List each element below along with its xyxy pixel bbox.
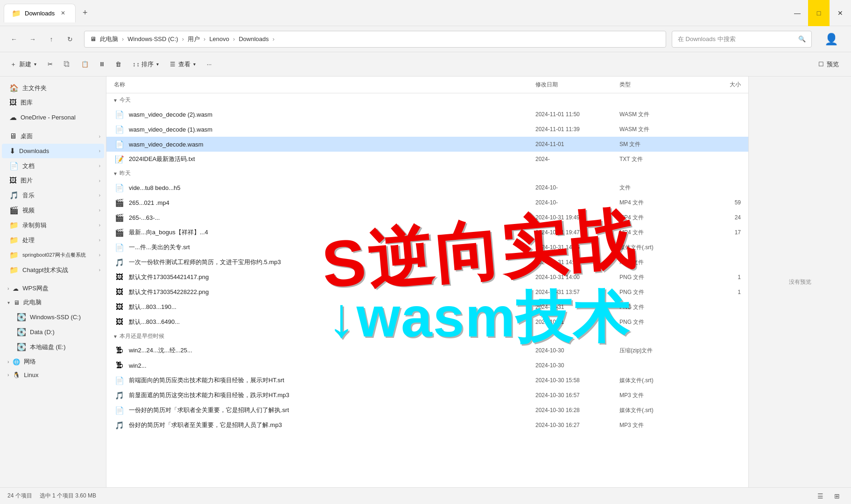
- delete-button[interactable]: 🗑: [111, 56, 126, 73]
- linux-icon: 🐧: [13, 371, 20, 378]
- forward-button[interactable]: →: [24, 31, 41, 48]
- col-header-type[interactable]: 类型: [619, 81, 694, 89]
- col-header-size[interactable]: 大小: [694, 81, 741, 89]
- table-row[interactable]: 🎵 份好的简历对「求职者至关重要，它是招聘人员了解.mp3 2024-10-30…: [106, 418, 748, 433]
- sort-icon: ↕: [133, 61, 136, 68]
- sidebar-item-d-drive[interactable]: 💽 Data (D:): [2, 325, 104, 339]
- table-row[interactable]: 📄 vide...tu8 bedo...h5 2024-10- 文件: [106, 180, 748, 195]
- group-today: ▾ 今天: [106, 93, 748, 107]
- file-name: win2...24...沈...经...25...: [129, 346, 535, 355]
- group-today-collapse[interactable]: ▾: [114, 97, 117, 104]
- breadcrumb-users[interactable]: 用户: [188, 35, 200, 43]
- table-row[interactable]: 🖼 默认文件1730354421417.png 2024-10-31 14:00…: [106, 270, 748, 285]
- copy-icon: ⿻: [64, 61, 70, 68]
- new-button[interactable]: ＋ 新建 ▾: [6, 56, 41, 73]
- main-layout: 🏠 主文件夹 🖼 图库 ☁ OneDrive - Personal 🖥 桌面 ›…: [0, 77, 851, 487]
- sidebar-item-springboot[interactable]: 📁 springboot027网卡点餐系统 ›: [2, 248, 104, 262]
- sidebar-wps-label: WPS网盘: [22, 284, 49, 293]
- back-button[interactable]: ←: [6, 31, 22, 48]
- view-button[interactable]: ☰ 查看 ▾: [165, 56, 200, 73]
- file-date: 2024-11-01 11:50: [535, 111, 619, 118]
- paste-button[interactable]: 📋: [77, 56, 93, 73]
- breadcrumb-downloads[interactable]: Downloads: [239, 35, 268, 42]
- table-row[interactable]: 📄 wasm_video_decode (1).wasm 2024-11-01 …: [106, 122, 748, 137]
- table-row[interactable]: 📄 一份好的简历对「求职者全关重要，它是招聘人们了解执.srt 2024-10-…: [106, 403, 748, 418]
- sidebar-item-desktop[interactable]: 🖥 桌面 ›: [2, 129, 104, 143]
- sidebar-item-home[interactable]: 🏠 主文件夹: [2, 81, 104, 95]
- sidebar-section-pc[interactable]: ▾ 🖥 此电脑: [0, 295, 106, 309]
- preview-button[interactable]: ☐ 预览: [814, 56, 844, 73]
- col-header-date[interactable]: 修改日期: [535, 81, 619, 89]
- tab-close-button[interactable]: ✕: [58, 8, 68, 18]
- status-bar: 24 个项目 选中 1 个项目 3.60 MB ☰ ⊞: [0, 487, 851, 504]
- file-icon: 🖼: [114, 287, 125, 298]
- table-row[interactable]: 🗜 win2... 2024-10-30: [106, 358, 748, 373]
- sidebar-item-process[interactable]: 📁 处理 ›: [2, 233, 104, 247]
- address-bar[interactable]: 🖥 此电脑 › Windows·SSD (C:) › 用户 › Lenovo ›…: [84, 31, 666, 48]
- view-icon: ☰: [170, 61, 176, 68]
- list-view-button[interactable]: ☰: [814, 490, 827, 503]
- file-icon: 📄: [114, 109, 125, 120]
- springboot-icon: 📁: [9, 251, 19, 259]
- sidebar-section-network[interactable]: › 🌐 网络: [0, 355, 106, 369]
- table-row[interactable]: 🎬 最新...向a_bogus【祥祥】...4 2024-10-31 19:47…: [106, 225, 748, 240]
- maximize-button[interactable]: □: [808, 0, 830, 26]
- tab-label: Downloads: [25, 10, 55, 17]
- sidebar-item-pictures[interactable]: 🖼 图片 ›: [2, 174, 104, 188]
- sidebar-item-clips[interactable]: 📁 录制剪辑 ›: [2, 218, 104, 232]
- table-row[interactable]: 🎬 265...021 .mp4 2024-10- MP4 文件 59: [106, 195, 748, 210]
- table-row[interactable]: 🖼 默认...803...6490... 2024-10-31 PNG 文件: [106, 315, 748, 329]
- up-button[interactable]: ↑: [43, 31, 60, 48]
- minimize-button[interactable]: —: [787, 0, 808, 26]
- sidebar-item-e-drive[interactable]: 💽 本地磁盘 (E:): [2, 340, 104, 354]
- sidebar-section-linux[interactable]: › 🐧 Linux: [0, 369, 106, 381]
- sidebar-item-videos[interactable]: 🎬 视频 ›: [2, 203, 104, 217]
- table-row[interactable]: 📄 前端面向的简历应类出技术能力和项目经验，展示对HT.srt 2024-10-…: [106, 373, 748, 388]
- group-thismonth-collapse[interactable]: ▾: [114, 333, 117, 340]
- pc-icon: 🖥: [90, 35, 96, 42]
- sidebar-item-c-drive[interactable]: 💽 Windows-SSD (C:): [2, 310, 104, 324]
- col-header-name[interactable]: 名称: [114, 81, 535, 89]
- table-row[interactable]: 📄 wasm_video_decode.wasm 2024-11-01 SM 文…: [106, 137, 748, 152]
- sidebar-network-label: 网络: [24, 357, 36, 366]
- search-bar[interactable]: 在 Downloads 中搜索 🔍: [672, 31, 812, 48]
- group-yesterday-collapse[interactable]: ▾: [114, 170, 117, 177]
- file-icon: 📄: [114, 182, 125, 193]
- table-row[interactable]: 📄 wasm_video_decode (2).wasm 2024-11-01 …: [106, 107, 748, 122]
- breadcrumb-lenovo[interactable]: Lenovo: [209, 35, 229, 42]
- table-row[interactable]: 🎵 前显面遮的简历这突出技术能力和项目经验，跌示对HT.mp3 2024-10-…: [106, 388, 748, 403]
- cut-button[interactable]: ✂: [43, 56, 57, 73]
- sidebar-item-music[interactable]: 🎵 音乐 ›: [2, 188, 104, 203]
- copy-button[interactable]: ⿻: [59, 56, 75, 73]
- sidebar-item-gallery[interactable]: 🖼 图库: [2, 96, 104, 110]
- table-row[interactable]: 📄 一...件...美出的关专.srt 2024-10-31 14:15 媒体文…: [106, 240, 748, 255]
- sort-button[interactable]: ↕ ↕ 排序 ▾: [128, 56, 163, 73]
- sidebar-item-documents[interactable]: 📄 文档 ›: [2, 159, 104, 173]
- chatgpt-icon: 📁: [9, 266, 19, 274]
- table-row[interactable]: 🖼 默认...803...190... 2024-10-31 PNG 文件: [106, 300, 748, 315]
- sidebar-item-downloads[interactable]: ⬇ Downloads ›: [2, 144, 104, 158]
- table-row[interactable]: 📝 2024IDEA最新激活码.txt 2024- TXT 文件: [106, 152, 748, 167]
- sidebar-item-onedrive[interactable]: ☁ OneDrive - Personal: [2, 110, 104, 125]
- table-row[interactable]: 🎬 265-...63-... 2024-10-31 19:49 MP4 文件 …: [106, 210, 748, 225]
- file-date: 2024-10-30 16:28: [535, 407, 619, 413]
- breadcrumb-drive[interactable]: Windows·SSD (C:): [127, 35, 178, 42]
- table-row[interactable]: 🗜 win2...24...沈...经...25... 2024-10-30 压…: [106, 343, 748, 358]
- new-tab-button[interactable]: +: [77, 6, 92, 21]
- table-row[interactable]: 🖼 默认文件1730354228222.png 2024-10-31 13:57…: [106, 285, 748, 300]
- file-size: 59: [694, 199, 741, 206]
- action-bar: ＋ 新建 ▾ ✂ ⿻ 📋 Ⅲ 🗑 ↕ ↕ 排序 ▾ ☰ 查看 ▾ ··· ☐ 预…: [0, 52, 851, 77]
- table-row[interactable]: 🎵 一次一份软件测试工程师的简历，文进干宝用你约.5.mp3 2024-10-3…: [106, 255, 748, 270]
- file-type: 媒体文件(.srt): [619, 244, 694, 252]
- grid-view-button[interactable]: ⊞: [830, 490, 844, 503]
- sidebar-item-chatgpt[interactable]: 📁 Chatgpt技术实战 ›: [2, 263, 104, 277]
- more-button[interactable]: ···: [202, 56, 217, 73]
- sidebar-downloads-label: Downloads: [19, 147, 49, 154]
- breadcrumb-pc[interactable]: 此电脑: [100, 35, 118, 43]
- rename-button[interactable]: Ⅲ: [95, 56, 109, 73]
- file-icon: 🗜: [114, 360, 125, 371]
- refresh-button[interactable]: ↻: [62, 31, 78, 48]
- tab-downloads[interactable]: 📁 Downloads ✕: [4, 4, 76, 22]
- close-button[interactable]: ✕: [830, 0, 851, 26]
- sidebar-section-wps[interactable]: › ☁ WPS网盘: [0, 281, 106, 295]
